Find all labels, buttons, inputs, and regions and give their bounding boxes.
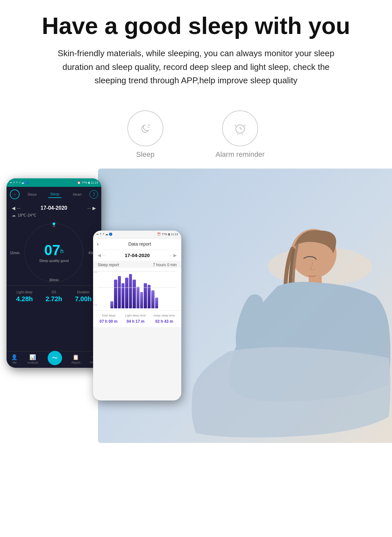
stat-total-val: 07 h 00 m: [100, 319, 118, 324]
chart-bar: [155, 298, 158, 308]
phone1-status-left: ▪▪ .⁴ .⁴ .³ ☁ 🔵: [10, 181, 28, 184]
gauge-label-bottom: 30min: [49, 278, 59, 282]
svg-line-8: [242, 134, 243, 135]
phone1-nav-analysis[interactable]: 📊 Analysis: [27, 354, 38, 365]
phone2-date: 17-04-2020: [125, 252, 150, 258]
phone1-stats-row: Light sleep 4.28h DS 2.72h Duration 7.00…: [7, 285, 101, 307]
gauge-time: 07h: [39, 243, 69, 257]
sleep-label: Sleep: [136, 150, 155, 159]
chart-bar: [114, 280, 117, 308]
subtitle: Skin-friendly materials, while sleeping,…: [49, 47, 343, 88]
sleep-icon: Z z: [136, 119, 155, 138]
sleep-icon-circle: Z z: [127, 110, 163, 146]
phone2-stat-light: Light sleep time 04 h 17 m: [125, 314, 146, 324]
chart-labels: DS LS: [94, 270, 97, 306]
phone1-date-row: ◀ ··· 17-04-2020 ··· ▶: [7, 202, 101, 212]
stat-deep-label: Deep sleep time: [154, 314, 175, 318]
alarm-icon: [231, 119, 249, 138]
chart-bar: [151, 290, 154, 308]
phone1-status-right: ⏰ 77% ▮ 11:13: [77, 181, 98, 184]
sleep-report-value: 7 hours 0 min: [153, 263, 177, 267]
svg-line-5: [235, 125, 236, 126]
phone1-tab-steps[interactable]: Steps: [25, 191, 39, 198]
chart-bar: [137, 287, 139, 308]
phone2-status-right: ⏰ 77% ▮ 11:13: [157, 233, 178, 236]
stat-light-val: 04 h 17 m: [125, 319, 146, 324]
nav-me-label: Me: [12, 361, 17, 364]
phone-1: ▪▪ .⁴ .⁴ .³ ☁ 🔵 ⏰ 77% ▮ 11:13 ○ Steps Sl…: [7, 178, 101, 368]
chart-grid-top: [98, 271, 177, 271]
phone2-stat-total: Total sleep 07 h 00 m: [100, 314, 118, 324]
phone1-next[interactable]: ··· ▶: [87, 205, 96, 211]
sleep-report-label: Sleep report: [98, 263, 119, 267]
phone1-nav-me[interactable]: 👤 Me: [11, 354, 18, 365]
chart-bar: [140, 292, 143, 308]
phone1-tab-sleep[interactable]: Sleep: [48, 191, 61, 198]
phone1-date: 17-04-2020: [41, 205, 67, 211]
phone1-tabs: Steps Sleep Heart: [21, 191, 88, 198]
phone2-section-header: Sleep report 7 hours 0 min: [93, 261, 181, 268]
stat-duration-label: Duration: [75, 290, 91, 294]
chart-bar: [122, 283, 124, 308]
phone2-status-bar: ▪▪ .⁴ .⁴ ☁ 🔵 ⏰ 77% ▮ 11:13: [93, 231, 181, 238]
chart-bar: [118, 276, 121, 308]
gauge-inner: 07h Sleep quality good: [39, 243, 69, 263]
phone1-nav-report[interactable]: 📋 Report: [72, 354, 80, 365]
nav-report-label: Report: [72, 361, 80, 364]
chart-label-ds: DS: [94, 270, 97, 273]
alarm-label: Alarm reminder: [216, 150, 265, 159]
svg-line-6: [244, 125, 245, 126]
phone1-prev[interactable]: ◀ ···: [12, 205, 21, 211]
header-section: Have a good sleep with you Skin-friendly…: [0, 0, 392, 94]
chart-bar: [125, 278, 128, 308]
phone2-date-row: ◀ ··· 17-04-2020 ··· ▶: [93, 250, 181, 261]
phone2-stat-deep: Deep sleep time 02 h 43 m: [154, 314, 175, 324]
phone2-chart: DS LS: [93, 268, 181, 310]
stat-total-label: Total sleep: [100, 314, 118, 318]
cloud-icon: ☁: [12, 213, 16, 218]
feature-sleep: Z z Sleep: [127, 110, 163, 159]
phone1-share-btn[interactable]: ⤴: [90, 190, 98, 199]
phone1-stat-lightsleep: Light sleep 4.28h: [16, 290, 33, 303]
chart-label-ls: LS: [94, 303, 97, 306]
stat-ds-label: DS: [45, 290, 62, 294]
svg-text:z: z: [149, 123, 150, 126]
main-title: Have a good sleep with you: [20, 13, 372, 39]
phone1-gauge-area: 15min 45min 0 30min 07h Sleep quality go…: [10, 220, 98, 285]
phone2-header: ‹ Data report: [93, 238, 181, 250]
me-icon: 👤: [11, 354, 18, 360]
phone1-gauge-circle: 0 30min 07h Sleep quality good: [24, 223, 83, 282]
phone1-tab-heart[interactable]: Heart: [71, 191, 84, 198]
nav-analysis-label: Analysis: [27, 361, 38, 364]
phone2-prev[interactable]: ◀ ···: [98, 253, 106, 258]
stat-light-label: Light sleep time: [125, 314, 146, 318]
gauge-quality: Sleep quality good: [39, 259, 69, 263]
chart-bar: [148, 285, 151, 308]
analysis-icon: 📊: [29, 354, 36, 360]
phone1-bottom-nav: 👤 Me 📊 Analysis 〜 📋 Report ··· More: [7, 351, 101, 368]
chart-bar: [133, 280, 136, 308]
phone2-next[interactable]: ··· ▶: [169, 253, 177, 258]
phone1-stat-ds: DS 2.72h: [45, 290, 62, 303]
svg-line-7: [237, 134, 238, 135]
chart-bars: [98, 272, 177, 308]
phone1-home-btn[interactable]: ○: [10, 189, 20, 199]
chart-bar: [110, 301, 113, 308]
phone2-title: Data report: [102, 241, 177, 247]
bottom-section: ▪▪ .⁴ .⁴ .³ ☁ 🔵 ⏰ 77% ▮ 11:13 ○ Steps Sl…: [0, 169, 392, 443]
phone1-nav-center[interactable]: 〜: [48, 354, 62, 365]
gauge-label-left: 15min: [10, 251, 20, 255]
chart-bar: [129, 274, 132, 308]
stat-ds-val: 2.72h: [45, 295, 62, 303]
chart-grid-bottom: [98, 287, 177, 288]
phone1-nav-tabs: ○ Steps Sleep Heart ⤴: [7, 187, 101, 202]
stat-deep-val: 02 h 43 m: [154, 319, 175, 324]
phone2-back-btn[interactable]: ‹: [97, 241, 99, 247]
chart-bar: [144, 283, 147, 308]
report-icon: 📋: [73, 354, 79, 360]
phone1-stat-duration: Duration 7.00h: [75, 290, 91, 303]
phone2-status-left: ▪▪ .⁴ .⁴ ☁ 🔵: [96, 233, 112, 236]
stat-lightsleep-label: Light sleep: [16, 290, 33, 294]
nav-center-btn[interactable]: 〜: [48, 351, 62, 365]
phone1-status-bar: ▪▪ .⁴ .⁴ .³ ☁ 🔵 ⏰ 77% ▮ 11:13: [7, 178, 101, 187]
